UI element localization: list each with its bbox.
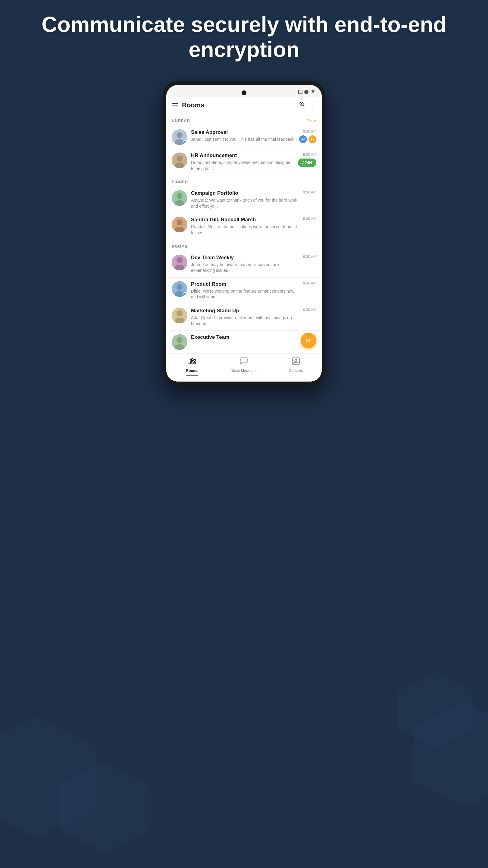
rooms-section-header: ROOMS [166, 240, 322, 251]
avatar-hr-announcement [172, 153, 187, 168]
svg-point-4 [176, 132, 183, 138]
chat-body-hr-announcement: HR Announcement Dorris: real-time, compa… [191, 153, 294, 172]
chat-body-dev-team: Dev Team Weekly Joan: You may be aware t… [191, 255, 299, 274]
join-button[interactable]: JOIN [298, 158, 316, 167]
chat-item-marketing[interactable]: Marketing Stand Up Ada: Great! I'll prov… [166, 304, 322, 331]
chat-item-sales-approval[interactable]: 🌐 Sales Approval Jane: I just sent it to… [166, 126, 322, 149]
chat-name-sandra-randall: Sandra Gill, Randall Marsh [191, 217, 299, 223]
svg-line-1 [303, 105, 304, 106]
more-options-button[interactable]: ⋮ [310, 101, 316, 109]
chat-item-sandra-randall[interactable]: Sandra Gill, Randall Marsh Randall: Most… [166, 213, 322, 240]
chat-time-sandra-randall: 9:30 AM [303, 217, 316, 221]
chat-meta-hr-announcement: 9:30 AM JOIN [298, 153, 316, 167]
chat-item-hr-announcement[interactable]: HR Announcement Dorris: real-time, compa… [166, 149, 322, 176]
avatar-campaign-portfolio [172, 190, 187, 206]
nav-item-contacts[interactable]: Contacts [270, 357, 322, 375]
chat-meta-sales-approval: 9:30 AM @ 12 [299, 129, 316, 143]
signal-icon [298, 90, 302, 94]
dm-nav-icon [240, 357, 248, 367]
avatar-marketing [172, 308, 187, 323]
hero-headline: Communicate securely with end-to-end enc… [0, 12, 488, 62]
chat-time-marketing: 9:30 AM [303, 308, 316, 312]
bottom-nav: Rooms Direct Messages [166, 353, 322, 381]
chat-preview-dev-team: Joan: You may be aware that email server… [191, 262, 299, 274]
chat-name-sales-approval: Sales Approval [191, 129, 295, 135]
rooms-nav-label: Rooms [186, 369, 198, 373]
chat-meta-campaign-portfolio: 9:30 AM [303, 190, 316, 194]
chat-time-hr-announcement: 9:30 AM [303, 153, 316, 157]
chat-preview-campaign-portfolio: Amanda: We want to thank each of you for… [191, 197, 299, 209]
chat-name-executive: Executive Team [191, 334, 299, 340]
avatar-product-room: 🌐 [172, 281, 187, 297]
svg-point-7 [176, 156, 183, 161]
svg-point-2 [301, 103, 302, 104]
chat-time-campaign-portfolio: 9:30 AM [303, 190, 316, 194]
rooms-nav-icon [188, 357, 196, 367]
contacts-nav-icon [292, 357, 300, 367]
wifi-icon: ▼ [310, 89, 316, 95]
chat-body-executive: Executive Team [191, 334, 299, 341]
globe-badge-sales: 🌐 [183, 140, 187, 145]
chat-item-campaign-portfolio[interactable]: Campaign Portfolio Amanda: We want to th… [166, 187, 322, 213]
globe-badge-product: 🌐 [183, 292, 187, 297]
compose-fab[interactable]: ✏ [301, 333, 316, 348]
avatar-sales-approval: 🌐 [172, 129, 187, 145]
chat-name-product-room: Product Room [191, 281, 299, 287]
chat-time-sales-approval: 9:30 AM [303, 129, 316, 133]
chat-preview-sales-approval: Jane: I just sent it to you. This has al… [191, 136, 295, 143]
svg-point-25 [176, 337, 183, 343]
dm-nav-label: Direct Messages [230, 369, 257, 373]
content-area: UNREAD Clear 🌐 Sales Approval Jane: I ju… [166, 114, 322, 353]
svg-point-16 [176, 257, 183, 264]
chat-preview-product-room: Diffie: We're working on the feature enh… [191, 288, 299, 300]
contacts-nav-label: Contacts [289, 369, 303, 373]
chat-preview-hr-announcement: Dorris: real-time, company-wide mechanis… [191, 160, 294, 172]
phone-screen: ▼ Rooms ⋮ [166, 85, 322, 381]
chat-meta-dev-team: 9:30 AM [303, 255, 316, 259]
pinned-label: PINNED [172, 180, 188, 184]
avatar-executive [172, 334, 187, 350]
chat-meta-sandra-randall: 9:30 AM [303, 217, 316, 221]
unread-label: UNREAD [172, 119, 190, 123]
unread-section-header: UNREAD Clear [166, 114, 322, 126]
rooms-label: ROOMS [172, 244, 188, 249]
phone-frame: ▼ Rooms ⋮ [163, 82, 325, 385]
clear-button[interactable]: Clear [305, 118, 316, 123]
chat-meta-marketing: 9:30 AM [303, 308, 316, 312]
battery-icon [304, 90, 308, 94]
chat-name-marketing: Marketing Stand Up [191, 308, 299, 314]
page-title: Rooms [182, 101, 295, 109]
chat-name-dev-team: Dev Team Weekly [191, 255, 299, 261]
chat-time-dev-team: 9:30 AM [303, 255, 316, 259]
chat-body-campaign-portfolio: Campaign Portfolio Amanda: We want to th… [191, 190, 299, 209]
chat-item-product-room[interactable]: 🌐 Product Room Diffie: We're working on … [166, 278, 322, 304]
chat-item-executive[interactable]: Executive Team 9:30 AM [166, 331, 322, 353]
menu-button[interactable] [172, 103, 178, 107]
chat-body-sandra-randall: Sandra Gill, Randall Marsh Randall: Most… [191, 217, 299, 236]
badge-row-sales: @ 12 [299, 135, 316, 143]
at-badge: @ [299, 135, 307, 143]
count-badge: 12 [308, 135, 316, 143]
chat-body-product-room: Product Room Diffie: We're working on th… [191, 281, 299, 300]
chat-preview-sandra-randall: Randall: Most of the notifications were … [191, 224, 299, 236]
nav-item-rooms[interactable]: Rooms [166, 357, 218, 375]
nav-item-dm[interactable]: Direct Messages [218, 357, 270, 375]
avatar-sandra-randall [172, 217, 187, 232]
chat-item-dev-team[interactable]: Dev Team Weekly Joan: You may be aware t… [166, 251, 322, 278]
svg-point-13 [176, 219, 183, 225]
avatar-dev-team [172, 255, 187, 270]
chat-preview-marketing: Ada: Great! I'll provide a full report w… [191, 315, 299, 327]
chat-name-campaign-portfolio: Campaign Portfolio [191, 190, 299, 196]
search-button[interactable] [299, 101, 305, 110]
top-bar: Rooms ⋮ [166, 97, 322, 114]
camera-notch [241, 90, 247, 95]
pinned-section-header: PINNED [166, 176, 322, 187]
svg-point-31 [295, 359, 297, 361]
svg-point-22 [176, 310, 183, 316]
chat-name-hr-announcement: HR Announcement [191, 153, 294, 158]
chat-body-sales-approval: Sales Approval Jane: I just sent it to y… [191, 129, 295, 143]
svg-point-19 [176, 284, 183, 290]
svg-point-10 [176, 193, 183, 199]
chat-time-product-room: 9:30 AM [303, 281, 316, 285]
chat-meta-product-room: 9:30 AM [303, 281, 316, 285]
